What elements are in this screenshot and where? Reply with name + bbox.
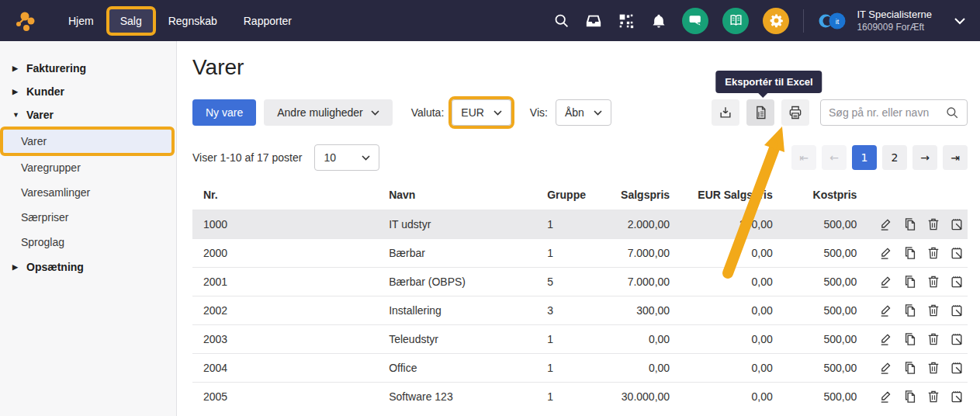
sidebar-item-fakturering[interactable]: ▶ Fakturering: [0, 57, 176, 80]
edit-icon[interactable]: [878, 389, 894, 405]
cell-navn: Teleudstyr: [378, 325, 536, 354]
cell-kostpris: 500,00: [784, 354, 868, 383]
more-options-button[interactable]: Andre muligheder: [264, 99, 393, 126]
inbox-icon[interactable]: [584, 12, 603, 30]
delete-trash-icon[interactable]: [926, 360, 941, 376]
export-excel-button[interactable]: Eksportér til Excel: [746, 99, 774, 126]
sidebar-item-sproglag[interactable]: Sproglag: [0, 231, 176, 254]
edit-icon[interactable]: [878, 360, 894, 376]
delete-trash-icon[interactable]: [926, 331, 941, 348]
prev-page-button[interactable]: ←: [822, 145, 847, 170]
view-label: Vis:: [530, 106, 548, 119]
table-row[interactable]: 2002 Installering 3 300,00 0,00 500,00: [192, 296, 968, 325]
table-row[interactable]: 2001 Bærbar (OBPS) 5 7.000,00 0,00 500,0…: [192, 268, 968, 296]
col-header-nr[interactable]: Nr.: [192, 180, 378, 210]
delete-trash-icon[interactable]: [926, 217, 941, 233]
delete-trash-icon[interactable]: [926, 303, 941, 319]
first-page-button[interactable]: ⇤: [791, 145, 816, 170]
table-row[interactable]: 2003 Teleudstyr 1 0,00 0,00 500,00: [192, 325, 968, 354]
caret-collapsed-icon: ▶: [12, 64, 19, 72]
edit-icon[interactable]: [878, 274, 894, 290]
apps-grid-icon[interactable]: [617, 12, 635, 30]
col-header-eur-salgspris[interactable]: EUR Salgspris: [680, 180, 784, 210]
nav-item-salg[interactable]: Salg: [109, 9, 153, 33]
col-header-salgspris[interactable]: Salgspris: [603, 180, 681, 210]
account-chevron-down-icon[interactable]: [954, 17, 966, 25]
next-page-button[interactable]: →: [912, 145, 937, 170]
chat-support-icon[interactable]: [682, 8, 708, 34]
sidebar-item-kunder[interactable]: ▶ Kunder: [0, 80, 176, 103]
account-subtitle: 1609009 ForÆft: [857, 21, 932, 33]
search-input[interactable]: [829, 106, 945, 119]
table-row[interactable]: 2005 Software 123 1 30.000,00 0,00 500,0…: [192, 383, 968, 411]
items-table: Nr. Navn Gruppe Salgspris EUR Salgspris …: [192, 180, 968, 411]
sidebar-item-opsaetning[interactable]: ▶ Opsætning: [0, 255, 176, 279]
edit-icon[interactable]: [878, 303, 894, 319]
edit-note-icon[interactable]: [949, 245, 964, 262]
edit-note-icon[interactable]: [949, 360, 964, 376]
col-header-gruppe[interactable]: Gruppe: [536, 180, 602, 210]
table-row[interactable]: 1000 IT udstyr 1 2.000,00 270,00 500,00: [192, 210, 968, 239]
cell-navn: IT udstyr: [378, 210, 536, 239]
currency-select[interactable]: EUR: [452, 99, 511, 126]
copy-icon[interactable]: [902, 331, 917, 348]
caret-expanded-icon: ▼: [12, 111, 19, 119]
edit-icon[interactable]: [878, 245, 894, 262]
table-row[interactable]: 2000 Bærbar 1 7.000,00 0,00 500,00: [192, 239, 968, 268]
copy-icon[interactable]: [902, 217, 917, 233]
search-icon[interactable]: [552, 12, 570, 30]
edit-note-icon[interactable]: [949, 331, 964, 348]
page-button-2[interactable]: 2: [882, 145, 907, 170]
cell-kostpris: 500,00: [784, 239, 868, 268]
settings-gear-icon[interactable]: [763, 8, 789, 34]
nav-item-rapporter[interactable]: Rapporter: [233, 9, 303, 33]
edit-note-icon[interactable]: [949, 389, 964, 405]
sidebar-item-varer-group[interactable]: ▼ Varer: [0, 103, 176, 127]
tooltip-export-excel: Eksportér til Excel: [715, 71, 822, 93]
copy-icon[interactable]: [902, 360, 917, 376]
sidebar-item-varegrupper[interactable]: Varegrupper: [0, 156, 176, 179]
edit-icon[interactable]: [878, 331, 894, 348]
copy-icon[interactable]: [902, 389, 917, 405]
new-item-button[interactable]: Ny vare: [192, 99, 256, 126]
cell-gruppe: 1: [536, 354, 602, 383]
copy-icon[interactable]: [902, 303, 917, 319]
edit-note-icon[interactable]: [949, 217, 964, 233]
app-logo-icon[interactable]: [11, 6, 40, 36]
edit-icon[interactable]: [878, 217, 894, 233]
edit-note-icon[interactable]: [949, 303, 964, 319]
notifications-bell-icon[interactable]: [649, 12, 668, 30]
print-icon: [788, 105, 803, 120]
copy-icon[interactable]: [902, 274, 917, 290]
nav-item-hjem[interactable]: Hjem: [57, 9, 105, 33]
table-row[interactable]: 2004 Office 1 0,00 0,00 500,00: [192, 354, 968, 383]
download-button[interactable]: [712, 99, 739, 126]
copy-icon[interactable]: [902, 245, 917, 262]
caret-collapsed-icon: ▶: [12, 88, 19, 95]
sidebar-item-varesamlinger[interactable]: Varesamlinger: [0, 181, 176, 204]
edit-note-icon[interactable]: [949, 274, 964, 290]
sidebar-item-saerpriser[interactable]: Særpriser: [0, 206, 176, 229]
last-page-button[interactable]: ⇥: [943, 145, 968, 170]
cell-eur-salgspris: 0,00: [680, 325, 784, 354]
page-size-select[interactable]: 10: [314, 144, 379, 171]
account-name: IT Specialisterne: [857, 9, 932, 21]
col-header-navn[interactable]: Navn: [378, 180, 536, 210]
delete-trash-icon[interactable]: [926, 274, 941, 290]
cell-kostpris: 500,00: [784, 268, 868, 296]
print-button[interactable]: [781, 99, 809, 126]
delete-trash-icon[interactable]: [926, 245, 941, 262]
page-button-1[interactable]: 1: [852, 145, 877, 170]
view-select[interactable]: Åbn: [556, 99, 611, 126]
search-icon[interactable]: [945, 106, 959, 120]
cell-eur-salgspris: 0,00: [680, 268, 784, 296]
sidebar-item-varer[interactable]: Varer: [3, 130, 171, 153]
delete-trash-icon[interactable]: [926, 389, 941, 405]
account-menu[interactable]: it IT Specialisterne 1609009 ForÆft: [818, 8, 932, 34]
cell-salgspris: 0,00: [603, 325, 681, 354]
nav-item-regnskab[interactable]: Regnskab: [158, 9, 228, 33]
chevron-down-icon: [362, 155, 370, 161]
help-book-icon[interactable]: [722, 8, 749, 34]
cell-kostpris: 500,00: [784, 296, 868, 325]
col-header-kostpris[interactable]: Kostpris: [784, 180, 868, 210]
